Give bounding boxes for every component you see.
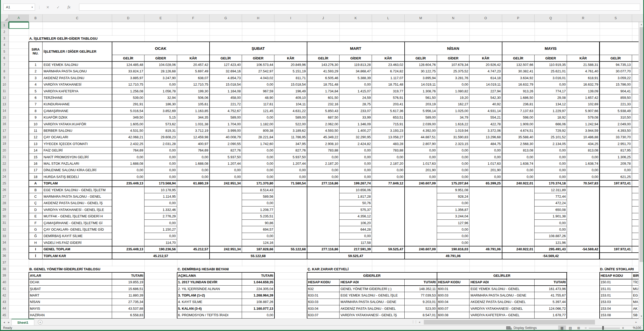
cell-value[interactable]: 694,57 [242, 226, 274, 233]
cell-value[interactable]: 1.616,22 [437, 121, 469, 127]
cell-name[interactable]: NAKİT PROMOSYON GELİRİ [43, 154, 112, 160]
cell-name[interactable]: VADELİ HS.FAİZ GİDERİ [43, 239, 112, 246]
cell[interactable] [632, 160, 639, 167]
sub-header[interactable]: GELİR [502, 55, 535, 61]
cell-sira[interactable]: 12 [29, 134, 43, 141]
normal-view-button[interactable]: ▦ [558, 326, 566, 330]
cell-value[interactable]: 15.018,54 [210, 81, 242, 88]
gelir-kodu[interactable]: 600.03 [437, 292, 469, 299]
row-header-10[interactable]: 10 [0, 81, 9, 88]
cell-value[interactable]: 561,50 [405, 94, 437, 101]
cell-value[interactable]: 30.122,75 [405, 68, 437, 75]
cell-value[interactable]: 409,10 [275, 94, 307, 101]
cell-value[interactable]: 12.710,75 [112, 81, 144, 88]
cell-value[interactable]: 0,00 [437, 174, 469, 180]
cell-value[interactable]: 107.678,34 [437, 61, 469, 68]
cell-value[interactable]: 33,99 [340, 114, 372, 121]
cell-value[interactable]: 0,00 [340, 233, 372, 239]
cell-value[interactable]: 589,56 [242, 193, 274, 200]
row-header-16[interactable]: 16 [0, 121, 9, 127]
cell-value[interactable]: 0,00 [242, 200, 274, 206]
cell-value[interactable]: 0,00 [567, 167, 599, 174]
cell-value[interactable]: 347,95 [275, 141, 307, 147]
cell-value[interactable]: 171.370,80 [242, 180, 274, 187]
cell-name[interactable]: DİNLENME SALONU KİRA GELİRİ [43, 167, 112, 174]
gelir-tutari[interactable]: 161.473,96 [535, 286, 567, 292]
column-header-P[interactable]: P [502, 15, 535, 22]
cell-name[interactable]: VARDİYA KAFETERYA [43, 88, 112, 94]
cell-value[interactable]: 10.656,06 [340, 187, 372, 193]
cell-value[interactable]: 240.922,01 [502, 180, 535, 187]
cell-value[interactable]: 1.207,44 [210, 160, 242, 167]
cell-value[interactable]: 1.025,00 [437, 108, 469, 114]
gider-kodu[interactable]: 632 [307, 286, 340, 292]
cell[interactable] [632, 75, 639, 81]
sub-header[interactable]: GİDER [535, 55, 567, 61]
row-header-45[interactable]: 45 [0, 312, 9, 319]
cell-value[interactable]: 0,00 [275, 174, 307, 180]
cell-value[interactable]: 119.813,28 [340, 61, 372, 68]
table-c-header[interactable]: AÇIKLAMA [177, 272, 242, 279]
cell-value[interactable]: 18,92 [535, 114, 567, 121]
cell-value[interactable]: 20.849,96 [275, 61, 307, 68]
row-header-35[interactable]: 35 [0, 246, 9, 253]
cell-value[interactable]: 90,86 [242, 220, 274, 226]
cell-value[interactable]: 0,00 [177, 174, 210, 180]
cell-value[interactable]: 422,78 [469, 121, 502, 127]
row-header-26[interactable]: 26 [0, 187, 9, 193]
cell-name[interactable]: DEMİRBAŞ KAYIT SİLME [43, 233, 112, 239]
cell-value[interactable]: 41.593,29 [307, 68, 340, 75]
cell-value[interactable]: 1.346,09 [340, 121, 372, 127]
cell-sira[interactable]: 8 [29, 108, 43, 114]
sub-header[interactable]: KÂR [275, 55, 307, 61]
zoom-in-button[interactable]: + [621, 326, 625, 330]
cell-value[interactable]: 2.568,30 [502, 141, 535, 147]
row-header-18[interactable]: 18 [0, 134, 9, 141]
sub-header[interactable]: GELİR [112, 55, 144, 61]
cell-value[interactable]: 1.017,63 [469, 160, 502, 167]
cell-value[interactable]: 1.415,07 [340, 88, 372, 94]
cell-value[interactable]: 0,00 [144, 160, 177, 167]
cell[interactable] [632, 233, 639, 239]
cell-value[interactable]: 12.459,98 [177, 134, 210, 141]
cell-value[interactable]: 2.090,55 [210, 141, 242, 147]
cell-value[interactable]: 2.134,05 [535, 141, 567, 147]
cell-value[interactable]: 190.816,03 [437, 246, 469, 253]
cell-value[interactable]: 110.919,35 [535, 61, 567, 68]
cell-value[interactable]: 132.507,66 [502, 61, 535, 68]
cell-value[interactable]: 20.457,42 [177, 61, 210, 68]
cell-value[interactable]: 10.486,88 [567, 134, 599, 141]
tab-nav-right-icon[interactable]: ► [7, 320, 11, 324]
table-b-header[interactable]: TUTARI [112, 272, 144, 279]
cell-value[interactable]: 5.016,54 [112, 108, 144, 114]
cell-sira[interactable]: A [29, 180, 43, 187]
tutari-header[interactable]: TUTARI [535, 279, 567, 286]
cell-value[interactable]: 344,35 [177, 114, 210, 121]
row-header-11[interactable]: 11 [0, 88, 9, 94]
cell-blank[interactable] [502, 187, 535, 246]
cell-value[interactable]: 2.187,20 [307, 160, 340, 167]
gelir-adi[interactable]: VARDİYA YATAKHANESİ - GENEL [469, 305, 535, 312]
cell-name[interactable]: KUNDURAHANE [43, 101, 112, 108]
insert-function-icon[interactable]: fx [65, 4, 73, 11]
cell-sira[interactable]: D [29, 206, 43, 213]
cell-sira[interactable]: G [29, 226, 43, 233]
cell[interactable] [632, 213, 639, 220]
cell-value[interactable]: 827,76 [210, 147, 242, 154]
cell-value[interactable]: 0,00 [144, 147, 177, 154]
cell-value[interactable]: 3.712,19 [177, 127, 210, 134]
enter-icon[interactable]: ✓ [54, 4, 62, 11]
month-header[interactable]: ŞUBAT [210, 42, 307, 55]
cell-value[interactable]: 1.734,84 [307, 88, 340, 94]
cell-value[interactable]: 2.776,29 [144, 213, 177, 220]
cell-value[interactable]: 0,00 [567, 154, 599, 160]
table-b-value[interactable]: 11.880,39 [112, 292, 144, 299]
cell-value[interactable]: 1.164,08 [210, 88, 242, 94]
cell-value[interactable]: 666,06 [535, 121, 567, 127]
cell-value[interactable]: 1.686,50 [502, 94, 535, 101]
cell-value[interactable]: 573,62 [144, 121, 177, 127]
zoom-slider-thumb[interactable] [602, 326, 604, 330]
cell-sira[interactable]: E [29, 213, 43, 220]
gelir-adi[interactable]: EGE YEMEK SALONU - GENEL [469, 286, 535, 292]
table-d-kodu[interactable]: 153.03 [600, 299, 632, 305]
